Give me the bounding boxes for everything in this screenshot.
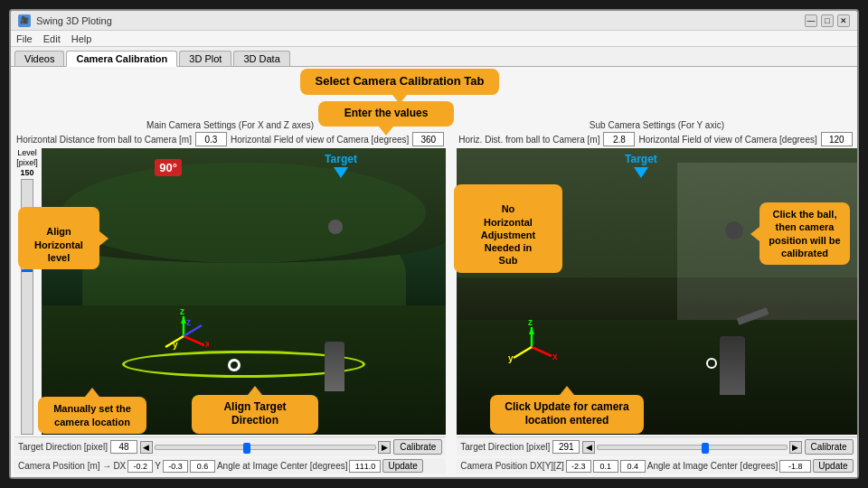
tab-3d-plot[interactable]: 3D Plot — [179, 51, 231, 66]
main-slider-thumb — [243, 443, 250, 454]
main-y-label: Y — [155, 461, 161, 471]
tab-videos[interactable]: Videos — [14, 51, 64, 66]
sub-h-fov-input[interactable] — [821, 132, 853, 146]
sub-bottom-controls: Target Direction [pixel] ◀ ▶ Calibrate — [457, 436, 856, 456]
callout-manually-set: Manually set the camera location — [38, 397, 146, 434]
main-slider-left[interactable]: ◀ — [140, 441, 153, 454]
sub-pos-z-input[interactable] — [620, 460, 646, 473]
sub-h-distance-label: Horiz. Dist. from ball to Camera [m] — [458, 135, 599, 145]
svg-text:z: z — [186, 317, 191, 327]
app-title: Swing 3D Ploting — [36, 15, 112, 26]
sub-cam-pos-label: Camera Position DX[Y][Z] — [460, 461, 563, 471]
tab-3d-data[interactable]: 3D Data — [233, 51, 289, 66]
sub-update-button[interactable]: Update — [813, 459, 853, 473]
callout-click-ball: Click the ball, then camera position wil… — [760, 202, 850, 265]
close-button[interactable]: ✕ — [837, 14, 850, 27]
main-target-arrow: Target — [325, 153, 357, 178]
level-bar-container: Level[pixel]150 — [14, 148, 40, 435]
menu-help[interactable]: Help — [71, 33, 92, 44]
sub-slider-track[interactable] — [597, 445, 787, 450]
main-camera-pos-row: Camera Position [m] → DX Y Angle at Imag… — [14, 458, 446, 474]
sub-pos-y-input[interactable] — [593, 460, 618, 473]
sub-slider-thumb — [702, 443, 709, 454]
title-bar: 🎥 Swing 3D Ploting — □ ✕ — [11, 11, 857, 31]
sub-target-arrow: Target — [625, 153, 657, 178]
sub-person-body — [720, 336, 745, 395]
main-target-dir-input[interactable] — [110, 440, 137, 454]
sub-pos-x-input[interactable] — [566, 460, 591, 473]
main-camera-view[interactable]: z z x y 90° — [42, 148, 446, 435]
minimize-button[interactable]: — — [805, 14, 817, 27]
sub-slider-right[interactable]: ▶ — [789, 441, 802, 454]
main-target-dir-label: Target Direction [pixel] — [18, 442, 108, 452]
main-camera-view-wrapper: Level[pixel]150 — [14, 148, 446, 435]
menu-bar: File Edit Help — [11, 31, 857, 47]
callout-align-target: Align Target Direction — [192, 395, 318, 434]
callout-align-horizontal: Align Horizontal level — [18, 207, 99, 269]
sub-camera-title: Sub Camera Settings (For Y axic) — [457, 120, 856, 130]
callout-enter-values: Enter the values — [318, 101, 454, 127]
sub-h-fov-label: Horizontal Field of view of Camera [degr… — [638, 135, 816, 145]
axis-indicator: z z x y — [155, 307, 209, 363]
main-calibrate-button[interactable]: Calibrate — [393, 439, 442, 455]
main-h-fov-input[interactable] — [412, 132, 444, 146]
callout-click-update: Click Update for camera location entered — [490, 395, 644, 434]
svg-text:z: z — [180, 307, 184, 316]
sub-golf-ball[interactable] — [706, 358, 717, 369]
main-update-button[interactable]: Update — [382, 459, 422, 473]
sub-angle-label: Angle at Image Center [degrees] — [647, 461, 778, 471]
sub-angle-input[interactable] — [779, 460, 811, 473]
menu-file[interactable]: File — [16, 33, 33, 44]
level-label: Level[pixel]150 — [16, 148, 38, 177]
tab-camera-calibration[interactable]: Camera Calibration — [66, 51, 177, 67]
main-slider-track[interactable] — [155, 445, 376, 450]
main-pos-y-input[interactable] — [163, 460, 188, 473]
main-camera-bg: z z x y 90° — [42, 148, 446, 435]
svg-marker-15 — [529, 327, 534, 334]
tab-bar: Videos Camera Calibration 3D Plot 3D Dat… — [11, 47, 857, 67]
menu-edit[interactable]: Edit — [43, 33, 61, 44]
sub-h-distance-input[interactable] — [603, 132, 635, 146]
main-slider-container: ◀ ▶ — [140, 441, 391, 454]
sub-person-head — [725, 221, 743, 239]
sub-slider-left[interactable]: ◀ — [582, 441, 595, 454]
sub-axis-indicator: z x y — [505, 320, 559, 371]
maximize-button[interactable]: □ — [821, 14, 834, 27]
main-pos-z-input[interactable] — [190, 460, 215, 473]
sub-slider-container: ◀ ▶ — [582, 441, 801, 454]
main-bottom-controls: Target Direction [pixel] ◀ ▶ Calibrate — [14, 436, 446, 456]
main-angle-input[interactable] — [349, 460, 381, 473]
svg-text:x: x — [552, 352, 558, 361]
degree-badge: 90° — [155, 159, 182, 176]
sub-camera-pos-row: Camera Position DX[Y][Z] Angle at Image … — [457, 458, 856, 474]
app-window: 🎥 Swing 3D Ploting — □ ✕ File Edit Help … — [9, 9, 859, 479]
callout-no-horizontal: No Horizontal Adjustment Needed in Sub — [454, 184, 562, 273]
sub-settings-row: Horiz. Dist. from ball to Camera [m] Hor… — [457, 132, 856, 146]
main-dx-label: DX — [113, 461, 126, 471]
sub-calibrate-button[interactable]: Calibrate — [805, 439, 854, 455]
sub-target-dir-input[interactable] — [552, 440, 580, 454]
svg-line-11 — [514, 347, 532, 358]
svg-line-10 — [532, 347, 552, 356]
app-icon: 🎥 — [18, 14, 31, 27]
svg-line-1 — [184, 336, 204, 345]
sub-target-dir-label: Target Direction [pixel] — [460, 442, 550, 452]
person-silhouette — [325, 342, 344, 391]
main-cam-pos-label: Camera Position [m] → — [18, 461, 111, 471]
main-slider-right[interactable]: ▶ — [378, 441, 391, 454]
main-h-distance-input[interactable] — [195, 132, 227, 146]
svg-text:y: y — [508, 353, 514, 363]
callout-calibration-tab: Select Camera Calibration Tab — [300, 69, 499, 95]
svg-text:z: z — [528, 320, 533, 327]
main-h-distance-label: Horizontal Distance from ball to Camera … — [16, 135, 192, 145]
content-area: Select Camera Calibration Tab Enter the … — [11, 67, 857, 477]
svg-text:x: x — [205, 339, 209, 349]
level-indicator — [22, 269, 33, 272]
golf-ball[interactable] — [228, 359, 241, 371]
main-angle-label: Angle at Image Center [degrees] — [217, 461, 348, 471]
main-pos-x-input[interactable] — [127, 460, 153, 473]
